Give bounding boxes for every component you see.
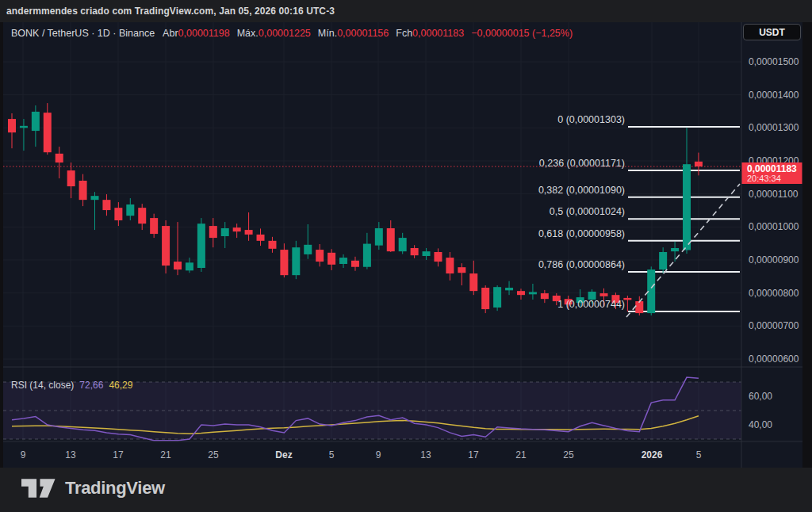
fib-label: 0,786 (0,00000864)	[538, 259, 625, 270]
candle-body	[458, 267, 465, 273]
candle-body	[209, 226, 217, 238]
ohlc-open: Abr0,00001198	[163, 28, 230, 39]
ohlc-close: Fch0,00001183	[396, 28, 464, 39]
time-axis-label[interactable]: 17	[113, 449, 124, 460]
price-axis-label[interactable]: 0,00001500	[749, 56, 799, 67]
time-axis-label[interactable]: 21	[160, 449, 171, 460]
rsi-axis-label[interactable]: 60,00	[749, 391, 772, 402]
time-axis-label[interactable]: 9	[21, 449, 26, 460]
candle-body	[8, 119, 16, 132]
candle-body	[138, 208, 146, 224]
time-axis-label[interactable]: 13	[65, 449, 76, 460]
price-axis-label[interactable]: 0,00001300	[749, 122, 799, 133]
candle-body	[493, 287, 501, 308]
candle-body	[411, 248, 419, 255]
candle-body	[186, 262, 193, 270]
time-axis-label[interactable]: 13	[420, 449, 431, 460]
candle-body	[505, 288, 513, 290]
price-change: −0,00000015 (−1,25%)	[471, 28, 573, 39]
time-axis-label[interactable]: 25	[563, 449, 574, 460]
chart-widget[interactable]: 0 (0,00001303)0,236 (0,00001171)0,382 (0…	[3, 22, 802, 468]
fib-label: 0,236 (0,00001171)	[539, 158, 625, 169]
price-axis-label[interactable]: 0,00000800	[749, 288, 799, 299]
last-price-tag: 0,0000118320:43:34	[742, 162, 802, 184]
time-axis-label[interactable]: 21	[515, 449, 527, 460]
candle-body	[351, 261, 359, 267]
candle-body	[541, 293, 549, 299]
candle-body	[91, 196, 99, 200]
symbol-title[interactable]: BONK / TetherUS · 1D · Binance	[11, 28, 155, 39]
candle-body	[671, 248, 679, 251]
fib-label: 1 (0,00000744)	[557, 299, 625, 310]
time-axis-label[interactable]: 9	[376, 449, 381, 460]
time-axis-label[interactable]: 2026	[642, 449, 663, 460]
candle-body	[126, 204, 134, 216]
last-price-tag-value: 0,00001183	[747, 163, 797, 174]
attribution-text: andermmendes criado com TradingView.com,…	[6, 6, 335, 17]
candle-body	[635, 301, 643, 313]
tradingview-logo-icon	[21, 478, 56, 499]
price-axis-label[interactable]: 0,00001000	[749, 221, 799, 232]
candle-body	[469, 273, 477, 291]
fib-label: 0,618 (0,00000958)	[538, 228, 625, 239]
price-axis-label[interactable]: 0,00000900	[749, 254, 799, 266]
candle-body	[683, 164, 691, 250]
candle-body	[280, 250, 288, 275]
time-axis-label[interactable]: 5	[329, 449, 335, 460]
rsi-ma-value: 46,29	[109, 380, 132, 391]
candle-body	[363, 244, 371, 267]
rsi-value: 72,66	[79, 380, 103, 391]
candle-body	[316, 250, 324, 262]
price-axis-label[interactable]: 0,00000600	[749, 353, 799, 365]
time-axis-label[interactable]: 5	[696, 449, 702, 460]
candle-body	[529, 292, 537, 294]
candle-body	[695, 162, 703, 166]
rsi-axis-label[interactable]: 40,00	[749, 419, 772, 430]
candle-body	[79, 181, 87, 200]
price-axis-label[interactable]: 0,00001400	[749, 90, 799, 101]
candle-body	[387, 228, 395, 251]
time-axis-label[interactable]: 17	[468, 449, 479, 460]
candle-body	[399, 238, 407, 251]
time-axis-label[interactable]: 25	[208, 449, 219, 460]
candle-body	[339, 258, 347, 264]
candle-body	[304, 245, 312, 254]
candle-body	[600, 293, 608, 296]
candle-body	[32, 112, 40, 131]
candle-body	[114, 208, 122, 220]
fib-label: 0 (0,00001303)	[557, 114, 625, 125]
candle-body	[162, 226, 170, 266]
last-price-tag-countdown: 20:43:34	[747, 174, 781, 183]
candle-body	[56, 154, 63, 162]
candle-body	[257, 235, 265, 241]
rsi-legend-name: RSI (14, close)	[11, 380, 74, 391]
candle-body	[327, 253, 335, 265]
price-chart[interactable]: 0 (0,00001303)0,236 (0,00001171)0,382 (0…	[3, 22, 802, 468]
ohlc-high: Máx.0,00001225	[237, 28, 311, 39]
tradingview-logo[interactable]: TradingView	[21, 478, 165, 499]
ohlc-low: Mín.0,00001156	[318, 28, 389, 39]
currency-toggle-button[interactable]: USDT	[743, 24, 801, 40]
candle-body	[517, 291, 525, 295]
candle-body	[44, 113, 52, 152]
candle-body	[20, 126, 28, 128]
candle-body	[268, 241, 276, 249]
candle-body	[481, 288, 489, 309]
fib-label: 0,382 (0,00001090)	[538, 185, 625, 196]
candle-body	[102, 200, 110, 210]
candle-body	[174, 262, 182, 269]
candle-body	[245, 230, 253, 235]
price-axis-label[interactable]: 0,00000700	[749, 320, 799, 331]
tradingview-logo-text: TradingView	[65, 478, 165, 499]
candle-body	[67, 170, 75, 186]
candle-body	[292, 247, 300, 275]
candle-body	[446, 258, 454, 273]
candle-body	[150, 218, 158, 234]
price-axis-label[interactable]: 0,00001100	[749, 189, 799, 200]
candle-body	[434, 252, 442, 262]
time-axis-label[interactable]: Dez	[275, 449, 292, 460]
candle-body	[221, 228, 229, 236]
candle-body	[423, 251, 431, 256]
rsi-legend[interactable]: RSI (14, close)72,6646,29	[11, 380, 132, 391]
candle-body	[659, 252, 667, 269]
